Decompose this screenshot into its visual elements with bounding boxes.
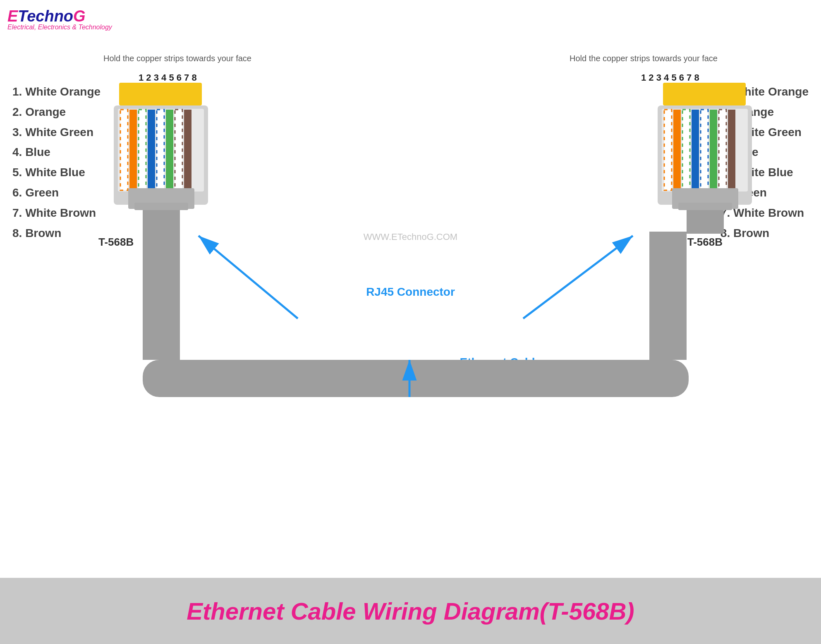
svg-rect-25 [673, 110, 681, 190]
svg-rect-37 [678, 203, 732, 210]
svg-rect-40 [649, 232, 687, 360]
svg-rect-15 [184, 110, 191, 190]
svg-rect-36 [687, 209, 724, 234]
svg-rect-23 [664, 110, 672, 190]
svg-rect-9 [148, 110, 155, 190]
svg-rect-39 [143, 360, 689, 397]
svg-rect-26 [682, 110, 690, 190]
svg-rect-20 [663, 83, 746, 105]
svg-line-41 [199, 236, 298, 318]
svg-rect-12 [166, 110, 173, 190]
svg-rect-7 [139, 110, 146, 190]
svg-rect-29 [701, 110, 708, 190]
svg-rect-32 [719, 110, 726, 190]
wiring-diagram-svg: 1 2 3 4 5 6 7 8 1 2 3 4 5 6 7 8 [0, 0, 821, 575]
bottom-banner: Ethernet Cable Wiring Diagram(T-568B) [0, 578, 821, 644]
svg-rect-34 [728, 110, 735, 190]
svg-rect-28 [692, 110, 699, 190]
svg-text:1  2  3  4  5  6  7  8: 1 2 3 4 5 6 7 8 [139, 72, 197, 83]
svg-rect-31 [710, 110, 717, 190]
banner-text: Ethernet Cable Wiring Diagram(T-568B) [187, 597, 634, 625]
svg-rect-17 [143, 209, 180, 234]
svg-rect-10 [157, 110, 164, 190]
svg-line-42 [523, 236, 633, 318]
svg-rect-18 [134, 203, 188, 210]
svg-rect-1 [119, 83, 202, 105]
svg-rect-4 [120, 110, 128, 190]
svg-rect-13 [175, 110, 182, 190]
svg-rect-38 [143, 232, 180, 360]
svg-rect-6 [129, 110, 137, 190]
svg-text:1  2  3  4  5  6  7  8: 1 2 3 4 5 6 7 8 [641, 72, 699, 83]
